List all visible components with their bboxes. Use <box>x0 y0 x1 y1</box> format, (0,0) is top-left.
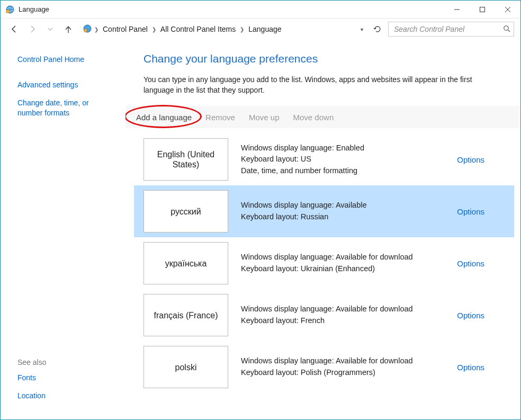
language-detail-line: Keyboard layout: US <box>241 154 446 165</box>
language-tile[interactable]: українська <box>143 242 228 284</box>
svg-line-9 <box>508 30 510 32</box>
add-language-button[interactable]: Add a language <box>135 111 193 123</box>
language-row[interactable]: English (United States)Windows display l… <box>134 133 514 185</box>
titlebar: Language <box>1 1 520 19</box>
search-input[interactable] <box>393 24 503 34</box>
search-icon[interactable] <box>503 25 510 34</box>
language-detail-line: Date, time, and number formatting <box>241 165 446 177</box>
language-details: Windows display language: Available for … <box>239 355 446 379</box>
language-toolbar: Add a language Remove Move up Move down <box>125 106 520 128</box>
close-button[interactable] <box>495 1 520 18</box>
svg-rect-7 <box>84 29 87 32</box>
language-detail-line: Windows display language: Available <box>241 200 446 211</box>
maximize-button[interactable] <box>470 1 495 18</box>
language-options-link[interactable]: Options <box>457 363 505 372</box>
move-up-button[interactable]: Move up <box>248 111 281 123</box>
sidebar-link-location[interactable]: Location <box>17 391 115 400</box>
language-detail-line: Keyboard layout: Polish (Programmers) <box>241 367 446 379</box>
move-down-button[interactable]: Move down <box>292 111 335 123</box>
up-button[interactable] <box>61 22 76 37</box>
language-detail-line: Windows display language: Available for … <box>241 355 446 367</box>
sidebar-link-datetime[interactable]: Change date, time, or number formats <box>17 98 115 117</box>
language-row[interactable]: polskiWindows display language: Availabl… <box>134 341 514 393</box>
language-options-link[interactable]: Options <box>457 259 505 268</box>
language-details: Windows display language: AvailableKeybo… <box>239 200 446 223</box>
window-controls <box>444 1 520 18</box>
window-title: Language <box>19 5 444 13</box>
address-bar: ❯ Control Panel ❯ All Control Panel Item… <box>1 19 520 40</box>
language-details: Windows display language: EnabledKeyboar… <box>239 142 446 177</box>
language-detail-line: Keyboard layout: Russian <box>241 211 446 223</box>
content: Control Panel Home Advanced settings Cha… <box>1 40 520 419</box>
language-tile[interactable]: русский <box>143 190 228 233</box>
region-globe-icon <box>5 4 15 15</box>
language-options-link[interactable]: Options <box>457 207 505 216</box>
refresh-button[interactable] <box>370 22 385 37</box>
remove-language-button[interactable]: Remove <box>204 111 236 123</box>
back-button[interactable] <box>7 22 22 37</box>
svg-point-8 <box>504 25 508 30</box>
language-row[interactable]: русскийWindows display language: Availab… <box>134 185 514 237</box>
breadcrumb-item[interactable]: All Control Panel Items <box>158 24 238 34</box>
language-tile[interactable]: français (France) <box>143 294 228 336</box>
sidebar-home-link[interactable]: Control Panel Home <box>17 55 115 64</box>
svg-rect-3 <box>480 7 485 12</box>
page-description: You can type in any language you add to … <box>143 75 493 95</box>
forward-button[interactable] <box>25 22 40 37</box>
language-details: Windows display language: Available for … <box>239 252 446 275</box>
sidebar: Control Panel Home Advanced settings Cha… <box>1 40 125 419</box>
chevron-right-icon: ❯ <box>240 26 244 32</box>
language-detail-line: Windows display language: Available for … <box>241 252 446 263</box>
breadcrumb-item[interactable]: Language <box>246 24 283 34</box>
see-also-label: See also <box>17 358 115 367</box>
recent-dropdown-icon[interactable] <box>43 22 58 37</box>
chevron-down-icon[interactable]: ▾ <box>361 26 363 32</box>
language-detail-line: Keyboard layout: French <box>241 315 446 327</box>
chevron-right-icon: ❯ <box>94 26 98 32</box>
svg-rect-1 <box>6 10 10 13</box>
sidebar-link-fonts[interactable]: Fonts <box>17 373 115 382</box>
chevron-right-icon: ❯ <box>152 26 156 32</box>
language-row[interactable]: українськаWindows display language: Avai… <box>134 237 514 289</box>
breadcrumb[interactable]: ❯ Control Panel ❯ All Control Panel Item… <box>79 22 367 37</box>
language-options-link[interactable]: Options <box>457 155 505 164</box>
language-details: Windows display language: Available for … <box>239 303 446 327</box>
search-box[interactable] <box>388 22 514 37</box>
language-options-link[interactable]: Options <box>457 311 505 320</box>
language-detail-line: Windows display language: Enabled <box>241 142 446 154</box>
language-detail-line: Keyboard layout: Ukrainian (Enhanced) <box>241 263 446 275</box>
language-detail-line: Windows display language: Available for … <box>241 303 446 315</box>
language-row[interactable]: français (France)Windows display languag… <box>134 289 514 341</box>
language-list: English (United States)Windows display l… <box>134 133 514 393</box>
breadcrumb-root-icon <box>83 24 92 35</box>
page-heading: Change your language preferences <box>143 52 514 65</box>
language-tile[interactable]: English (United States) <box>143 138 228 181</box>
sidebar-link-advanced[interactable]: Advanced settings <box>17 80 115 90</box>
language-tile[interactable]: polski <box>143 346 228 388</box>
minimize-button[interactable] <box>444 1 470 18</box>
main-panel: Change your language preferences You can… <box>125 40 520 419</box>
breadcrumb-item[interactable]: Control Panel <box>101 24 150 34</box>
